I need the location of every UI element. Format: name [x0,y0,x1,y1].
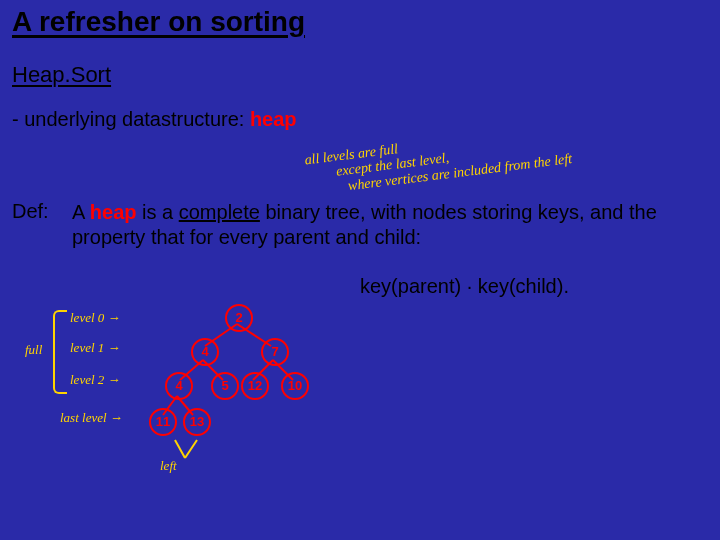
tree-node: 13 [183,408,211,436]
line1-prefix: - underlying datastructure: [12,108,250,130]
tree-node: 4 [165,372,193,400]
subtitle-heapsort: Heap.Sort [12,62,111,88]
def-body-2: is a [136,201,178,223]
heap-keyword: heap [250,108,297,130]
def-body: A heap is a complete binary tree, with n… [72,200,708,250]
heap-tree-diagram: full level 0 → level 1 → level 2 → last … [25,300,355,500]
underlying-ds-line: - underlying datastructure: heap [12,108,297,131]
def-complete: complete [179,201,260,223]
svg-line-9 [185,440,197,458]
tree-node: 12 [241,372,269,400]
tree-node: 7 [261,338,289,366]
def-body-1: A [72,201,90,223]
tree-node: 10 [281,372,309,400]
tree-node-root: 2 [225,304,253,332]
tree-node: 5 [211,372,239,400]
tree-node: 4 [191,338,219,366]
handwritten-annotation: all levels are full except the last leve… [304,104,707,199]
def-heap-kw: heap [90,201,137,223]
tree-edges [25,300,355,500]
key-inequality: key(parent) · key(child). [360,275,569,298]
svg-line-8 [175,440,185,458]
slide: A refresher on sorting Heap.Sort - under… [0,0,720,540]
page-title: A refresher on sorting [12,6,305,38]
def-label: Def: [12,200,49,223]
tree-node: 11 [149,408,177,436]
